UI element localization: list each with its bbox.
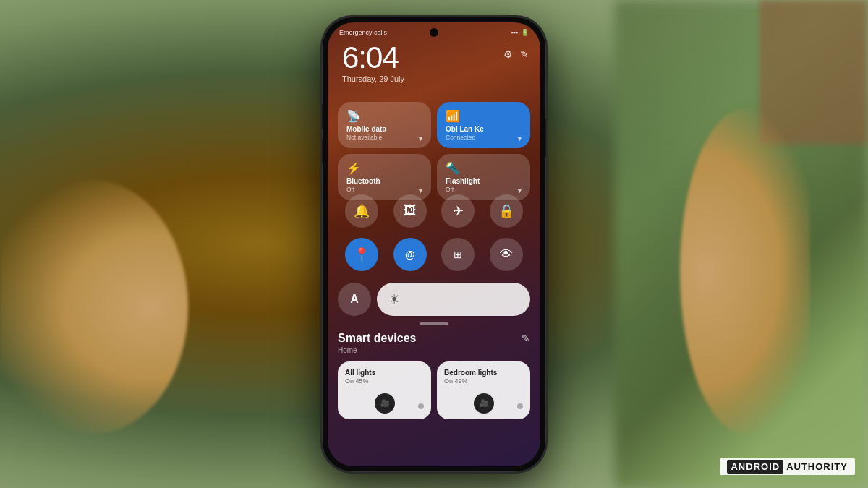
device-tile-bedroom-lights[interactable]: Bedroom lights On 49% 🎥 — [437, 361, 530, 419]
wifi-network-name: Obi Lan Ke — [446, 125, 522, 134]
flashlight-tile[interactable]: 🔦 Flashlight Off ▼ — [437, 154, 530, 200]
settings-icon[interactable]: ⚙ — [503, 48, 513, 60]
notification-toggle[interactable]: 🔔 — [345, 194, 378, 228]
device-all-lights-icon: 🎥 — [375, 393, 395, 414]
device-all-lights-dot — [418, 403, 424, 409]
time-section: 6:04 Thursday, 29 July — [342, 43, 404, 83]
watermark-suffix: AUTHORITY — [786, 461, 848, 472]
brightness-row: A ☀ — [338, 283, 530, 316]
toggle-icon-rows: 🔔 🖼 ✈ 🔒 📍 @ ⊞ 👁 — [338, 194, 530, 281]
clock-time: 6:04 — [342, 43, 404, 73]
emergency-calls-label: Emergency calls — [339, 29, 387, 36]
accessibility-label: A — [350, 293, 359, 306]
icon-row-2: 📍 @ ⊞ 👁 — [338, 238, 530, 271]
screen-cast-toggle[interactable]: ⊞ — [441, 238, 475, 271]
location-toggle[interactable]: 📍 — [345, 238, 378, 271]
wifi-tile[interactable]: 📶 Obi Lan Ke Connected ▼ — [437, 102, 530, 148]
wifi-tile-icon: 📶 — [446, 109, 522, 123]
wifi-arrow: ▼ — [516, 135, 523, 142]
bluetooth-arrow: ▼ — [417, 187, 424, 194]
smart-devices-header: Smart devices ✎ — [338, 332, 530, 345]
flashlight-label: Flashlight — [446, 177, 522, 186]
device-all-lights-status: On 45% — [345, 377, 424, 385]
lock-toggle[interactable]: 🔒 — [490, 194, 523, 228]
mobile-data-arrow: ▼ — [417, 135, 424, 142]
flashlight-arrow: ▼ — [516, 187, 523, 194]
wifi-status-icon: 🔋 — [521, 29, 529, 36]
bluetooth-icon: ⚡ — [346, 161, 422, 175]
device-bedroom-status: On 49% — [444, 377, 523, 385]
time-action-icons: ⚙ ✎ — [503, 48, 529, 60]
eye-comfort-toggle[interactable]: 👁 — [490, 238, 523, 271]
device-bedroom-dot — [517, 403, 523, 409]
wifi-status: Connected — [446, 134, 522, 141]
device-bedroom-icon: 🎥 — [474, 393, 494, 414]
flashlight-status: Off — [446, 186, 522, 193]
watermark: ANDROIDAUTHORITY — [720, 458, 855, 475]
smart-devices-title: Smart devices — [338, 332, 417, 345]
edit-icon[interactable]: ✎ — [520, 48, 529, 60]
brightness-slider[interactable]: ☀ — [377, 283, 530, 316]
smart-devices-section: Smart devices ✎ Home All lights On 45% 🎥… — [338, 332, 530, 419]
smart-devices-edit-icon[interactable]: ✎ — [522, 333, 530, 344]
background-hand-left — [0, 181, 188, 434]
flashlight-icon: 🔦 — [446, 161, 522, 175]
mobile-data-tile[interactable]: 📡 Mobile data Not available ▼ — [338, 102, 431, 148]
mobile-data-status: Not available — [346, 134, 422, 141]
device-bedroom-label: Bedroom lights — [444, 369, 523, 377]
brightness-icon: ☀ — [388, 291, 400, 307]
volume-down-button[interactable] — [322, 138, 323, 164]
tiles-row-1: 📡 Mobile data Not available ▼ 📶 Obi Lan … — [338, 102, 530, 148]
volume-up-button[interactable] — [322, 103, 323, 129]
screenshot-toggle[interactable]: 🖼 — [393, 194, 427, 228]
background-hand-right — [680, 108, 810, 434]
smart-devices-sub: Home — [338, 346, 530, 354]
quick-settings-tiles: 📡 Mobile data Not available ▼ 📶 Obi Lan … — [338, 102, 530, 206]
phone-screen: Emergency calls ▪▪▪ 🔋 6:04 Thursday, 29 … — [328, 22, 540, 466]
watermark-brand: ANDROID — [727, 460, 783, 474]
tiles-row-2: ⚡ Bluetooth Off ▼ 🔦 Flashlight Off ▼ — [338, 154, 530, 200]
scroll-divider — [420, 322, 448, 325]
status-icons: ▪▪▪ 🔋 — [511, 29, 529, 36]
device-tiles-container: All lights On 45% 🎥 Bedroom lights On 49… — [338, 361, 530, 419]
bluetooth-tile[interactable]: ⚡ Bluetooth Off ▼ — [338, 154, 431, 200]
signal-icon: ▪▪▪ — [511, 29, 518, 36]
mobile-data-label: Mobile data — [346, 125, 422, 134]
mobile-data-icon: 📡 — [346, 109, 422, 123]
device-all-lights-label: All lights — [345, 369, 424, 377]
icon-row-1: 🔔 🖼 ✈ 🔒 — [338, 194, 530, 228]
airplane-toggle[interactable]: ✈ — [441, 194, 475, 228]
bluetooth-label: Bluetooth — [346, 177, 422, 186]
focus-toggle[interactable]: @ — [393, 238, 427, 271]
front-camera — [430, 28, 438, 37]
bluetooth-status: Off — [346, 186, 422, 193]
clock-date: Thursday, 29 July — [342, 74, 404, 83]
phone-device: Emergency calls ▪▪▪ 🔋 6:04 Thursday, 29 … — [322, 17, 546, 472]
power-button[interactable] — [545, 118, 546, 158]
accessibility-button[interactable]: A — [338, 283, 371, 316]
device-tile-all-lights[interactable]: All lights On 45% 🎥 — [338, 361, 431, 419]
